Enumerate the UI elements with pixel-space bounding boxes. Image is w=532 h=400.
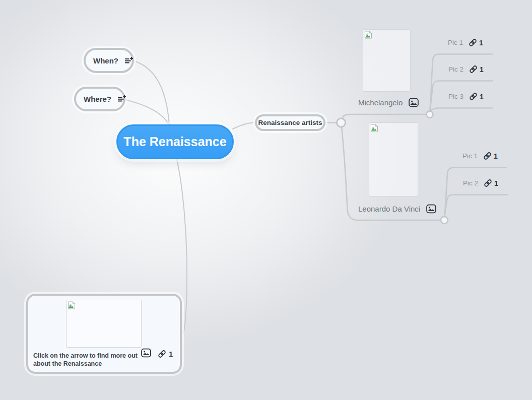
pic-label: Pic 2: [448, 65, 463, 73]
link-count: 1: [169, 350, 173, 358]
node-artists[interactable]: Renaissance artists: [255, 114, 325, 131]
broken-image-placeholder-icon: [370, 124, 378, 134]
connector-leonardo-pic2: [445, 195, 508, 217]
pic-label: Pic 2: [463, 179, 478, 187]
link-icon[interactable]: [484, 179, 492, 187]
note-add-icon[interactable]: [125, 57, 133, 64]
node-leonardo-label: Leonardo Da Vinci: [358, 205, 420, 213]
info-box-label: Click on the arrow to find more out abou…: [33, 352, 147, 368]
broken-image-placeholder-icon: [364, 31, 372, 41]
node-michelangelo-pic1[interactable]: Pic 1 1: [448, 38, 483, 47]
connector-michelangelo-underline: [342, 114, 427, 119]
connector-michelangelo-pic3: [431, 108, 493, 112]
node-michelangelo-pic2[interactable]: Pic 2 1: [448, 65, 484, 74]
connector-root-where: [125, 100, 169, 125]
link-count: 1: [480, 65, 484, 74]
node-where[interactable]: Where?: [74, 87, 125, 111]
node-root-label: The Renaissance: [123, 135, 226, 149]
note-add-icon[interactable]: [118, 95, 126, 103]
node-where-label: Where?: [84, 95, 111, 103]
node-artists-label: Renaissance artists: [258, 119, 322, 126]
michelangelo-image[interactable]: [363, 29, 411, 92]
link-icon[interactable]: [469, 65, 478, 74]
broken-image-placeholder-icon: [68, 301, 76, 311]
info-box-image[interactable]: [66, 300, 142, 348]
image-attachment-icon[interactable]: [409, 98, 419, 107]
connector-root-artists: [233, 123, 255, 129]
link-count: 1: [480, 93, 484, 101]
node-leonardo[interactable]: Leonardo Da Vinci: [358, 204, 436, 214]
node-info-box[interactable]: Click on the arrow to find more out abou…: [26, 294, 182, 374]
pic-label: Pic 1: [462, 152, 478, 160]
link-icon[interactable]: [469, 92, 478, 101]
link-icon[interactable]: [469, 38, 477, 47]
node-michelangelo-pic3[interactable]: Pic 3 1: [448, 92, 484, 101]
leonardo-image[interactable]: [369, 122, 418, 196]
node-leonardo-pic1[interactable]: Pic 1 1: [462, 152, 498, 160]
collapse-handle-michelangelo[interactable]: [427, 111, 433, 118]
node-when-label: When?: [93, 56, 118, 65]
node-when[interactable]: When?: [84, 48, 134, 73]
connector-leonardo-pic1: [445, 168, 507, 217]
collapse-handle-artists[interactable]: [337, 118, 346, 127]
collapse-handle-leonardo[interactable]: [441, 217, 448, 224]
link-count: 1: [494, 152, 498, 160]
link-icon[interactable]: [483, 152, 492, 160]
mindmap-canvas[interactable]: When? Where?: [0, 0, 532, 400]
node-michelangelo-label: Michelangelo: [358, 98, 403, 107]
image-attachment-icon[interactable]: [426, 204, 436, 214]
node-root[interactable]: The Renaissance: [116, 124, 234, 159]
link-count: 1: [494, 179, 498, 187]
link-icon[interactable]: [158, 350, 166, 358]
connector-michelangelo-pic1: [430, 54, 493, 111]
node-michelangelo[interactable]: Michelangelo: [358, 98, 419, 107]
connector-root-when: [134, 61, 169, 124]
pic-label: Pic 3: [448, 93, 463, 100]
image-attachment-icon[interactable]: [141, 348, 151, 360]
node-leonardo-pic2[interactable]: Pic 2 1: [463, 179, 498, 187]
pic-label: Pic 1: [448, 39, 463, 46]
link-count: 1: [479, 39, 483, 47]
